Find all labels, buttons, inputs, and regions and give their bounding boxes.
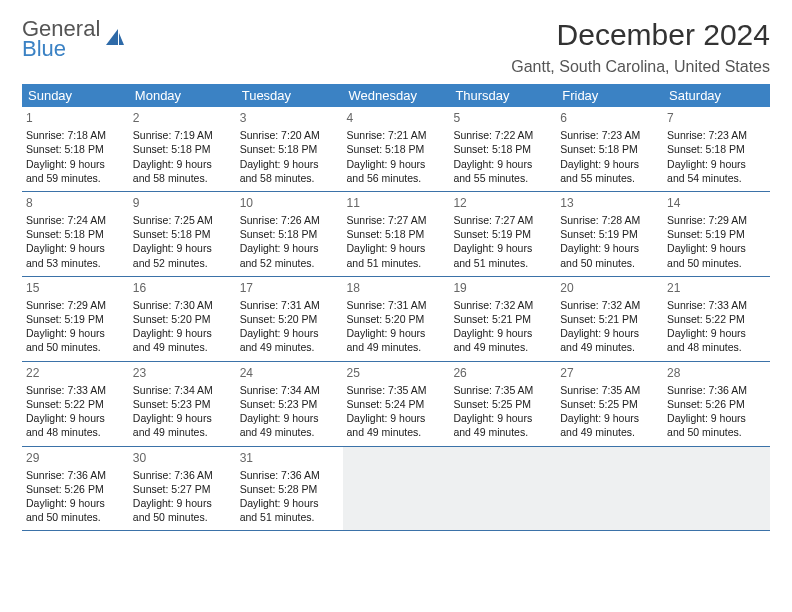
sunrise-line: Sunrise: 7:29 AM	[667, 213, 766, 227]
weekday-header: Wednesday	[343, 84, 450, 107]
calendar-day-cell: 31Sunrise: 7:36 AMSunset: 5:28 PMDayligh…	[236, 446, 343, 531]
calendar-day-cell: 28Sunrise: 7:36 AMSunset: 5:26 PMDayligh…	[663, 361, 770, 446]
weekday-header: Friday	[556, 84, 663, 107]
daylight-line: Daylight: 9 hours and 49 minutes.	[560, 326, 659, 354]
daylight-line: Daylight: 9 hours and 56 minutes.	[347, 157, 446, 185]
calendar-day-cell: 17Sunrise: 7:31 AMSunset: 5:20 PMDayligh…	[236, 276, 343, 361]
weekday-header: Tuesday	[236, 84, 343, 107]
sunrise-line: Sunrise: 7:21 AM	[347, 128, 446, 142]
daylight-line: Daylight: 9 hours and 50 minutes.	[26, 496, 125, 524]
sunrise-line: Sunrise: 7:36 AM	[240, 468, 339, 482]
sunrise-line: Sunrise: 7:35 AM	[453, 383, 552, 397]
sunrise-line: Sunrise: 7:18 AM	[26, 128, 125, 142]
day-number: 15	[26, 280, 125, 296]
daylight-line: Daylight: 9 hours and 48 minutes.	[667, 326, 766, 354]
weekday-header: Monday	[129, 84, 236, 107]
daylight-line: Daylight: 9 hours and 50 minutes.	[133, 496, 232, 524]
sunset-line: Sunset: 5:18 PM	[453, 142, 552, 156]
sunset-line: Sunset: 5:22 PM	[26, 397, 125, 411]
calendar-day-cell: 3Sunrise: 7:20 AMSunset: 5:18 PMDaylight…	[236, 107, 343, 191]
day-number: 29	[26, 450, 125, 466]
sunset-line: Sunset: 5:25 PM	[560, 397, 659, 411]
daylight-line: Daylight: 9 hours and 49 minutes.	[240, 411, 339, 439]
day-number: 17	[240, 280, 339, 296]
sunrise-line: Sunrise: 7:33 AM	[667, 298, 766, 312]
calendar-day-cell: 7Sunrise: 7:23 AMSunset: 5:18 PMDaylight…	[663, 107, 770, 191]
sunset-line: Sunset: 5:25 PM	[453, 397, 552, 411]
calendar-day-cell: 19Sunrise: 7:32 AMSunset: 5:21 PMDayligh…	[449, 276, 556, 361]
calendar-day-cell	[556, 446, 663, 531]
sunrise-line: Sunrise: 7:23 AM	[667, 128, 766, 142]
sunrise-line: Sunrise: 7:25 AM	[133, 213, 232, 227]
sunrise-line: Sunrise: 7:35 AM	[347, 383, 446, 397]
sunset-line: Sunset: 5:20 PM	[133, 312, 232, 326]
daylight-line: Daylight: 9 hours and 52 minutes.	[240, 241, 339, 269]
day-number: 16	[133, 280, 232, 296]
calendar-day-cell	[663, 446, 770, 531]
calendar-day-cell: 1Sunrise: 7:18 AMSunset: 5:18 PMDaylight…	[22, 107, 129, 191]
day-number: 13	[560, 195, 659, 211]
calendar-day-cell: 8Sunrise: 7:24 AMSunset: 5:18 PMDaylight…	[22, 191, 129, 276]
calendar-day-cell: 9Sunrise: 7:25 AMSunset: 5:18 PMDaylight…	[129, 191, 236, 276]
sunrise-line: Sunrise: 7:36 AM	[26, 468, 125, 482]
weekday-header: Sunday	[22, 84, 129, 107]
sunset-line: Sunset: 5:18 PM	[347, 142, 446, 156]
day-number: 1	[26, 110, 125, 126]
daylight-line: Daylight: 9 hours and 49 minutes.	[453, 411, 552, 439]
sunset-line: Sunset: 5:19 PM	[453, 227, 552, 241]
daylight-line: Daylight: 9 hours and 49 minutes.	[347, 411, 446, 439]
sunrise-line: Sunrise: 7:29 AM	[26, 298, 125, 312]
daylight-line: Daylight: 9 hours and 49 minutes.	[133, 411, 232, 439]
daylight-line: Daylight: 9 hours and 49 minutes.	[347, 326, 446, 354]
title-block: December 2024 Gantt, South Carolina, Uni…	[511, 18, 770, 76]
sunset-line: Sunset: 5:26 PM	[26, 482, 125, 496]
sunset-line: Sunset: 5:23 PM	[240, 397, 339, 411]
day-number: 3	[240, 110, 339, 126]
daylight-line: Daylight: 9 hours and 49 minutes.	[453, 326, 552, 354]
sunrise-line: Sunrise: 7:35 AM	[560, 383, 659, 397]
calendar-day-cell: 10Sunrise: 7:26 AMSunset: 5:18 PMDayligh…	[236, 191, 343, 276]
sunset-line: Sunset: 5:24 PM	[347, 397, 446, 411]
daylight-line: Daylight: 9 hours and 50 minutes.	[667, 241, 766, 269]
sunset-line: Sunset: 5:28 PM	[240, 482, 339, 496]
day-number: 23	[133, 365, 232, 381]
day-number: 2	[133, 110, 232, 126]
sunrise-line: Sunrise: 7:32 AM	[453, 298, 552, 312]
sunset-line: Sunset: 5:18 PM	[133, 227, 232, 241]
calendar-week-row: 29Sunrise: 7:36 AMSunset: 5:26 PMDayligh…	[22, 446, 770, 531]
sunrise-line: Sunrise: 7:36 AM	[667, 383, 766, 397]
sunset-line: Sunset: 5:18 PM	[26, 227, 125, 241]
calendar-day-cell: 14Sunrise: 7:29 AMSunset: 5:19 PMDayligh…	[663, 191, 770, 276]
day-number: 8	[26, 195, 125, 211]
sunset-line: Sunset: 5:19 PM	[667, 227, 766, 241]
sunset-line: Sunset: 5:21 PM	[453, 312, 552, 326]
daylight-line: Daylight: 9 hours and 51 minutes.	[453, 241, 552, 269]
sunrise-line: Sunrise: 7:31 AM	[240, 298, 339, 312]
calendar-day-cell: 12Sunrise: 7:27 AMSunset: 5:19 PMDayligh…	[449, 191, 556, 276]
sunset-line: Sunset: 5:20 PM	[240, 312, 339, 326]
daylight-line: Daylight: 9 hours and 58 minutes.	[133, 157, 232, 185]
day-number: 30	[133, 450, 232, 466]
sunset-line: Sunset: 5:18 PM	[240, 227, 339, 241]
sunset-line: Sunset: 5:27 PM	[133, 482, 232, 496]
sunrise-line: Sunrise: 7:34 AM	[240, 383, 339, 397]
sunset-line: Sunset: 5:18 PM	[133, 142, 232, 156]
calendar-day-cell	[343, 446, 450, 531]
calendar-day-cell: 6Sunrise: 7:23 AMSunset: 5:18 PMDaylight…	[556, 107, 663, 191]
daylight-line: Daylight: 9 hours and 49 minutes.	[560, 411, 659, 439]
daylight-line: Daylight: 9 hours and 55 minutes.	[560, 157, 659, 185]
calendar-day-cell: 22Sunrise: 7:33 AMSunset: 5:22 PMDayligh…	[22, 361, 129, 446]
daylight-line: Daylight: 9 hours and 51 minutes.	[240, 496, 339, 524]
calendar-day-cell: 13Sunrise: 7:28 AMSunset: 5:19 PMDayligh…	[556, 191, 663, 276]
daylight-line: Daylight: 9 hours and 49 minutes.	[240, 326, 339, 354]
daylight-line: Daylight: 9 hours and 50 minutes.	[667, 411, 766, 439]
day-number: 7	[667, 110, 766, 126]
calendar-week-row: 22Sunrise: 7:33 AMSunset: 5:22 PMDayligh…	[22, 361, 770, 446]
calendar-day-cell: 4Sunrise: 7:21 AMSunset: 5:18 PMDaylight…	[343, 107, 450, 191]
day-number: 11	[347, 195, 446, 211]
logo-line2: Blue	[22, 38, 100, 60]
daylight-line: Daylight: 9 hours and 48 minutes.	[26, 411, 125, 439]
sunset-line: Sunset: 5:26 PM	[667, 397, 766, 411]
sunrise-line: Sunrise: 7:36 AM	[133, 468, 232, 482]
sail-icon	[104, 27, 126, 53]
